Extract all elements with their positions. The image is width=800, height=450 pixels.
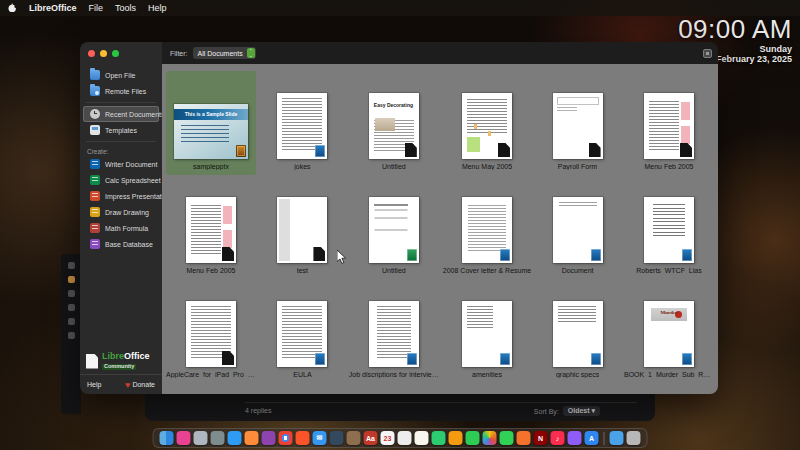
dock-icon-brave[interactable] bbox=[296, 431, 310, 445]
document-label: samplepptx bbox=[193, 163, 229, 170]
dock-icon-app-store[interactable]: A bbox=[585, 431, 599, 445]
minimize-window-button[interactable] bbox=[100, 50, 107, 57]
help-button[interactable]: Help bbox=[87, 381, 101, 388]
document-item[interactable]: Untitled bbox=[349, 175, 439, 279]
dock-icon-mail[interactable]: ✉ bbox=[313, 431, 327, 445]
filetype-badge-corner-icon bbox=[680, 143, 692, 157]
background-window-footer: 4 replies Sort By: Oldest ▾ bbox=[145, 393, 655, 421]
filetype-badge-writer-icon bbox=[407, 353, 417, 365]
dock-icon-calendar[interactable]: 23 bbox=[381, 431, 395, 445]
toolbar-icon[interactable] bbox=[68, 262, 75, 269]
donate-button[interactable]: Donate bbox=[132, 381, 155, 388]
dock-icon-podcasts[interactable] bbox=[568, 431, 582, 445]
dock-icon-music[interactable]: ♪ bbox=[551, 431, 565, 445]
dock-separator bbox=[604, 432, 605, 445]
sidebar-item-label: Calc Spreadsheet bbox=[105, 177, 161, 184]
filetype-badge-writer-icon bbox=[500, 353, 510, 365]
document-item[interactable]: graphic specs bbox=[535, 279, 620, 383]
dock-icon-downloads-folder[interactable] bbox=[610, 431, 624, 445]
document-item[interactable]: Menu Feb 2005 bbox=[624, 71, 714, 175]
calc-icon bbox=[90, 175, 100, 185]
dock-icon-firefox[interactable] bbox=[245, 431, 259, 445]
dock-icon-pencil-app[interactable] bbox=[517, 431, 531, 445]
dock-icon-photos[interactable] bbox=[483, 431, 497, 445]
document-item[interactable]: Roberts_WTCF_Lias bbox=[624, 175, 714, 279]
document-item[interactable]: Menu Feb 2005 bbox=[166, 175, 256, 279]
menu-bar: LibreOffice File Tools Help bbox=[0, 0, 800, 16]
document-item[interactable]: Document bbox=[535, 175, 620, 279]
toolbar-icon[interactable] bbox=[68, 276, 75, 283]
dock-icon-files-folder[interactable] bbox=[347, 431, 361, 445]
dock-icon-chrome[interactable] bbox=[279, 431, 293, 445]
dock-icon-tor-browser[interactable] bbox=[262, 431, 276, 445]
dock-icon-notes[interactable] bbox=[415, 431, 429, 445]
document-item[interactable]: EULA bbox=[260, 279, 345, 383]
document-label: graphic specs bbox=[556, 371, 599, 378]
filetype-badge-corner-icon bbox=[222, 247, 234, 261]
zoom-window-button[interactable] bbox=[112, 50, 119, 57]
sidebar-item-math-formula[interactable]: Math Formula bbox=[83, 220, 159, 236]
donate-heart-icon: ♥ bbox=[125, 380, 130, 390]
dock-icon-netflix[interactable]: N bbox=[534, 431, 548, 445]
document-label: Untitled bbox=[382, 267, 406, 274]
dock-icon-siri[interactable] bbox=[177, 431, 191, 445]
document-label: jokes bbox=[294, 163, 310, 170]
document-item[interactable]: 2008 Cover letter & Resume bbox=[443, 175, 531, 279]
document-label: EULA bbox=[293, 371, 311, 378]
document-item[interactable]: MurderBOOK_1_Murder_Sub_Rosa bbox=[624, 279, 714, 383]
sidebar-item-draw-drawing[interactable]: Draw Drawing bbox=[83, 204, 159, 220]
dock-icon-facetime[interactable] bbox=[500, 431, 514, 445]
dock-icon-system-settings[interactable] bbox=[211, 431, 225, 445]
replies-count: 4 replies bbox=[245, 407, 271, 414]
logo-community: Community bbox=[102, 364, 136, 370]
sort-dropdown[interactable]: Oldest ▾ bbox=[563, 406, 600, 416]
sidebar-item-recent-documents[interactable]: Recent Documents bbox=[83, 106, 159, 122]
dock-icon-finder[interactable] bbox=[160, 431, 174, 445]
folder-icon bbox=[90, 70, 100, 80]
mouse-cursor bbox=[337, 250, 348, 269]
toolbar-icon[interactable] bbox=[68, 304, 75, 311]
sidebar-item-calc-spreadsheet[interactable]: Calc Spreadsheet bbox=[83, 172, 159, 188]
document-thumbnail bbox=[462, 301, 512, 367]
sidebar-item-remote-files[interactable]: Remote Files bbox=[83, 83, 159, 99]
filter-dropdown[interactable]: All Documents ⌃⌄ bbox=[193, 47, 256, 59]
menu-item-file[interactable]: File bbox=[89, 3, 104, 13]
sidebar-item-templates[interactable]: Templates bbox=[83, 122, 159, 138]
document-item[interactable]: Menu May 2005 bbox=[443, 71, 531, 175]
dock-icon-shortcuts[interactable] bbox=[449, 431, 463, 445]
dock-icon-launchpad[interactable] bbox=[194, 431, 208, 445]
dock-icon-trash[interactable] bbox=[627, 431, 641, 445]
document-item[interactable]: jokes bbox=[260, 71, 345, 175]
filetype-badge-writer-icon bbox=[682, 353, 692, 365]
dock-icon-messages[interactable] bbox=[466, 431, 480, 445]
sidebar-item-base-database[interactable]: Base Database bbox=[83, 236, 159, 252]
menu-item-app[interactable]: LibreOffice bbox=[29, 3, 77, 13]
dock-icon-tv[interactable] bbox=[330, 431, 344, 445]
clock-icon bbox=[90, 109, 100, 119]
toolbar-icon[interactable] bbox=[68, 318, 75, 325]
document-item[interactable]: Payroll Form bbox=[535, 71, 620, 175]
document-item[interactable]: test bbox=[260, 175, 345, 279]
document-item[interactable]: AppleCare_for_iPad_Pro_2_Years bbox=[166, 279, 256, 383]
menu-item-tools[interactable]: Tools bbox=[115, 3, 136, 13]
document-item[interactable]: amenities bbox=[443, 279, 531, 383]
close-window-button[interactable] bbox=[88, 50, 95, 57]
sidebar-item-impress-presentation[interactable]: Impress Presentation bbox=[83, 188, 159, 204]
sidebar-item-label: Draw Drawing bbox=[105, 209, 149, 216]
menu-item-help[interactable]: Help bbox=[148, 3, 167, 13]
document-item[interactable]: Easy DecoratingUntitled bbox=[349, 71, 439, 175]
document-item[interactable]: Job discriptions for interviews bbox=[349, 279, 439, 383]
dock-icon-health[interactable] bbox=[432, 431, 446, 445]
sidebar-item-writer-document[interactable]: Writer Document bbox=[83, 156, 159, 172]
toolbar-button[interactable] bbox=[703, 49, 712, 58]
dock-icon-contacts[interactable] bbox=[398, 431, 412, 445]
base-icon bbox=[90, 239, 100, 249]
toolbar-icon[interactable] bbox=[68, 332, 75, 339]
document-item[interactable]: This is a Sample Slidesamplepptx bbox=[166, 71, 256, 175]
document-thumbnail bbox=[553, 301, 603, 367]
dock-icon-safari[interactable] bbox=[228, 431, 242, 445]
toolbar-icon[interactable] bbox=[68, 290, 75, 297]
sidebar-item-open-file[interactable]: Open File bbox=[83, 67, 159, 83]
dock-icon-font-book[interactable]: Aa bbox=[364, 431, 378, 445]
apple-menu-icon[interactable] bbox=[8, 3, 17, 13]
